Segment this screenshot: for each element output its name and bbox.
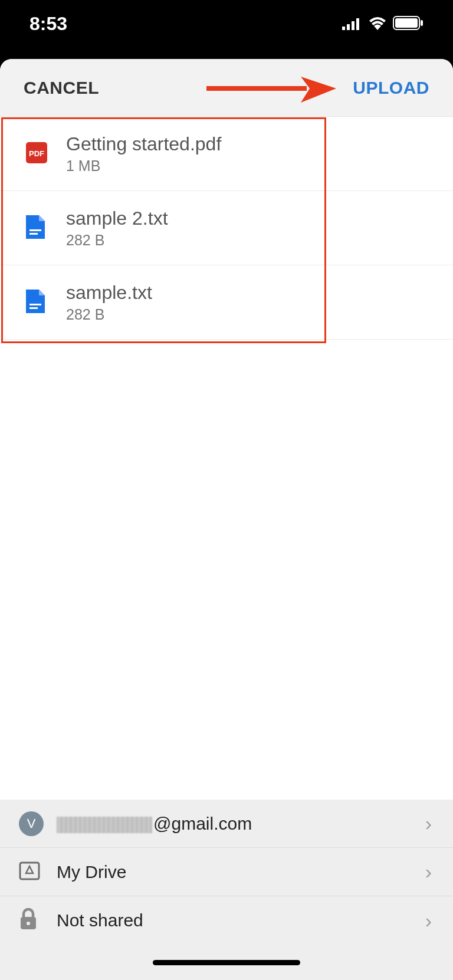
- svg-marker-8: [301, 77, 336, 103]
- pdf-icon: PDF: [26, 142, 47, 166]
- svg-rect-6: [421, 20, 423, 26]
- svg-rect-14: [29, 307, 38, 309]
- sheet-header: CANCEL UPLOAD: [0, 59, 453, 117]
- file-row[interactable]: sample 2.txt 282 B: [0, 191, 453, 265]
- home-indicator-area: [0, 945, 453, 980]
- lock-icon: [19, 908, 38, 933]
- upload-options: V @gmail.com › My Drive › Not s: [0, 800, 453, 945]
- battery-icon: [393, 13, 424, 35]
- file-row[interactable]: sample.txt 282 B: [0, 265, 453, 340]
- cellular-icon: [342, 13, 362, 35]
- status-bar: 8:53: [0, 0, 453, 59]
- svg-rect-12: [29, 233, 38, 235]
- svg-rect-13: [29, 304, 41, 305]
- upload-button[interactable]: UPLOAD: [353, 78, 429, 98]
- chevron-right-icon: ›: [425, 909, 432, 932]
- account-email: @gmail.com: [57, 814, 425, 834]
- cancel-button[interactable]: CANCEL: [24, 78, 99, 98]
- doc-icon: [26, 290, 45, 315]
- chevron-right-icon: ›: [425, 812, 432, 835]
- svg-point-17: [27, 922, 30, 925]
- folder-row[interactable]: My Drive ›: [0, 848, 453, 896]
- svg-rect-5: [395, 18, 418, 28]
- file-list: PDF Getting started.pdf 1 MB sample 2.tx…: [0, 117, 453, 340]
- drive-icon: [19, 860, 40, 884]
- empty-area: [0, 340, 453, 800]
- file-size: 282 B: [66, 232, 168, 249]
- status-time: 8:53: [29, 13, 67, 35]
- upload-sheet: CANCEL UPLOAD PDF Getting started.pdf 1 …: [0, 59, 453, 980]
- file-name: sample 2.txt: [66, 208, 168, 229]
- file-size: 1 MB: [66, 157, 221, 175]
- svg-rect-1: [347, 24, 350, 30]
- folder-label: My Drive: [57, 862, 425, 882]
- status-indicators: [342, 13, 424, 35]
- svg-rect-2: [352, 21, 354, 30]
- avatar: V: [19, 811, 44, 836]
- file-size: 282 B: [66, 306, 152, 323]
- file-row[interactable]: PDF Getting started.pdf 1 MB: [0, 117, 453, 191]
- annotation-arrow-icon: [206, 77, 336, 112]
- svg-text:PDF: PDF: [29, 149, 44, 158]
- svg-rect-0: [342, 27, 345, 30]
- account-row[interactable]: V @gmail.com ›: [0, 800, 453, 848]
- wifi-icon: [368, 13, 387, 35]
- sharing-label: Not shared: [57, 910, 425, 930]
- home-indicator[interactable]: [153, 960, 300, 965]
- doc-icon: [26, 215, 45, 241]
- svg-rect-3: [356, 18, 359, 30]
- svg-rect-11: [29, 229, 41, 231]
- chevron-right-icon: ›: [425, 860, 432, 883]
- file-name: Getting started.pdf: [66, 133, 221, 155]
- sharing-row[interactable]: Not shared ›: [0, 896, 453, 945]
- file-name: sample.txt: [66, 282, 152, 304]
- redacted-text: [57, 817, 152, 833]
